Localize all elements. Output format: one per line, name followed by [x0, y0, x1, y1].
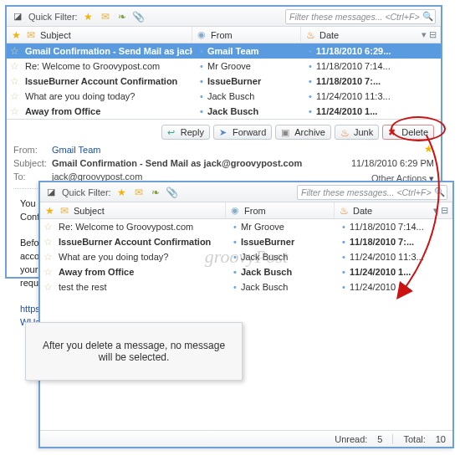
row-star-icon[interactable]: ☆ — [7, 75, 22, 87]
envelope-col-icon: ✉ — [59, 205, 70, 217]
contact-col-icon: ◉ — [229, 205, 241, 217]
row-subject: Away from Office — [22, 106, 192, 116]
preview-from: From: Gmail Team ★ — [13, 143, 434, 156]
toolbar: ◪ Quick Filter: ★ ✉ ❧ 📎 Filter these mes… — [40, 182, 452, 202]
column-headers: ★ ✉ Subject ◉ From ♨ Date ▾ ⊟ — [7, 27, 441, 44]
row-date: •11/18/2010 6:29... — [301, 46, 441, 56]
row-subject: Re: Welcome to Groovypost.com — [55, 222, 226, 232]
row-from: •Gmail Team — [192, 46, 301, 56]
row-from: •Mr Groove — [192, 61, 301, 71]
row-from: •Jack Busch — [192, 106, 301, 116]
row-date: •11/18/2010 7:... — [301, 76, 441, 86]
table-row[interactable]: ☆Re: Welcome to Groovypost.com•Mr Groove… — [40, 219, 452, 234]
quick-filter-label: Quick Filter: — [28, 12, 78, 22]
table-row[interactable]: ☆What are you doing today?•Jack Busch•11… — [40, 249, 452, 264]
message-list-top: ☆Gmail Confirmation - Send Mail as jack@… — [7, 44, 441, 119]
col-date[interactable]: ♨ Date ▾ ⊟ — [301, 27, 441, 43]
row-subject: Gmail Confirmation - Send Mail as jack@.… — [22, 46, 192, 56]
col-from-label: From — [211, 30, 233, 40]
total-value: 10 — [436, 434, 446, 444]
row-subject: IssueBurner Account Confirmation — [22, 76, 192, 86]
junk-button[interactable]: ♨Junk — [335, 125, 379, 140]
total-label: Total: — [403, 434, 425, 444]
status-separator — [392, 434, 393, 444]
unread-filter-icon[interactable]: ✉ — [100, 11, 111, 23]
row-star-icon[interactable]: ☆ — [7, 105, 22, 117]
row-star-icon[interactable]: ☆ — [7, 90, 22, 102]
row-date: •11/18/2010 7:14... — [301, 61, 441, 71]
row-from: •Jack Busch — [226, 282, 335, 292]
tag-filter-icon[interactable]: ❧ — [116, 11, 128, 23]
table-row[interactable]: ☆What are you doing today?•Jack Busch•11… — [7, 89, 441, 104]
col-menu-icon[interactable]: ▾ ⊟ — [433, 205, 448, 216]
message-list-bottom: groovyPost ☆Re: Welcome to Groovypost.co… — [40, 219, 452, 294]
delete-button[interactable]: ✖Delete — [382, 125, 434, 140]
row-star-icon[interactable]: ☆ — [40, 251, 55, 263]
annotation-callout: After you delete a message, no message w… — [25, 322, 243, 381]
col-from[interactable]: ◉ From — [226, 202, 335, 218]
star-filter-icon[interactable]: ★ — [116, 187, 128, 198]
row-from: •Jack Busch — [226, 252, 335, 262]
unread-label: Unread: — [335, 434, 367, 444]
contact-col-icon: ◉ — [196, 29, 207, 41]
unread-filter-icon[interactable]: ✉ — [133, 187, 145, 198]
table-row[interactable]: ☆IssueBurner Account Confirmation•IssueB… — [7, 74, 441, 89]
row-star-icon[interactable]: ☆ — [40, 221, 55, 233]
row-star-icon[interactable]: ☆ — [40, 266, 55, 278]
table-row[interactable]: ☆Gmail Confirmation - Send Mail as jack@… — [7, 44, 441, 59]
row-from: •Jack Busch — [192, 91, 301, 101]
forward-button[interactable]: ➤Forward — [213, 125, 272, 140]
star-col-icon: ★ — [10, 29, 22, 41]
row-from: •Jack Busch — [226, 267, 335, 277]
table-row[interactable]: ☆Re: Welcome to Groovypost.com•Mr Groove… — [7, 59, 441, 74]
quickfilter-toggle-icon[interactable]: ◪ — [12, 11, 23, 23]
row-star-icon[interactable]: ☆ — [40, 236, 55, 248]
filter-placeholder: Filter these messages... <Ctrl+F> — [289, 12, 420, 22]
status-bar: Unread: 5 Total: 10 — [40, 430, 452, 447]
search-icon: 🔍 — [434, 187, 445, 197]
table-row[interactable]: ☆Away from Office•Jack Busch•11/24/2010 … — [7, 104, 441, 119]
quickfilter-toggle-icon[interactable]: ◪ — [45, 187, 57, 198]
row-subject: test the rest — [55, 282, 226, 292]
quick-filter-label: Quick Filter: — [62, 187, 111, 197]
archive-button[interactable]: ▣Archive — [275, 125, 331, 140]
star-filter-icon[interactable]: ★ — [83, 11, 95, 23]
preview-from-value[interactable]: Gmail Team — [52, 143, 422, 156]
col-date[interactable]: ♨ Date ▾ ⊟ — [335, 202, 452, 218]
row-date: •11/18/2010 7:... — [335, 237, 452, 247]
from-star-icon[interactable]: ★ — [422, 143, 434, 155]
row-date: •11/24/2010 1... — [335, 267, 452, 277]
col-subject[interactable]: ★ ✉ Subject — [7, 27, 192, 43]
filter-input[interactable]: Filter these messages... <Ctrl+F> 🔍 — [297, 185, 447, 200]
row-star-icon[interactable]: ☆ — [7, 60, 22, 72]
row-subject: Re: Welcome to Groovypost.com — [22, 61, 192, 71]
filter-placeholder: Filter these messages... <Ctrl+F> — [301, 187, 432, 197]
toolbar: ◪ Quick Filter: ★ ✉ ❧ 📎 Filter these mes… — [7, 7, 441, 27]
table-row[interactable]: ☆test the rest•Jack Busch•11/24/2010 1..… — [40, 279, 452, 294]
row-from: •IssueBurner — [192, 76, 301, 86]
row-from: •Mr Groove — [226, 222, 335, 232]
attachment-filter-icon[interactable]: 📎 — [166, 187, 178, 198]
table-row[interactable]: ☆Away from Office•Jack Busch•11/24/2010 … — [40, 264, 452, 279]
col-from[interactable]: ◉ From — [192, 27, 301, 43]
row-subject: IssueBurner Account Confirmation — [55, 237, 226, 247]
search-icon: 🔍 — [422, 11, 433, 22]
tag-filter-icon[interactable]: ❧ — [150, 187, 161, 198]
unread-value: 5 — [377, 434, 382, 444]
row-star-icon[interactable]: ☆ — [7, 45, 22, 57]
star-col-icon: ★ — [43, 205, 55, 217]
reply-button[interactable]: ↩Reply — [161, 125, 210, 140]
row-subject: What are you doing today? — [55, 252, 226, 262]
row-date: •11/24/2010 11:3... — [301, 91, 441, 101]
table-row[interactable]: ☆IssueBurner Account Confirmation•IssueB… — [40, 234, 452, 249]
col-subject-label: Subject — [40, 30, 71, 40]
row-date: •11/24/2010 1... — [301, 106, 441, 116]
preview-date: 11/18/2010 6:29 PM — [351, 156, 434, 170]
attachment-filter-icon[interactable]: 📎 — [133, 11, 145, 23]
filter-input[interactable]: Filter these messages... <Ctrl+F> 🔍 — [285, 9, 436, 24]
col-subject[interactable]: ★ ✉ Subject — [40, 202, 226, 218]
col-menu-icon[interactable]: ▾ ⊟ — [422, 29, 437, 40]
row-subject: Away from Office — [55, 267, 226, 277]
row-date: •11/18/2010 7:14... — [335, 222, 452, 232]
row-star-icon[interactable]: ☆ — [40, 281, 55, 293]
